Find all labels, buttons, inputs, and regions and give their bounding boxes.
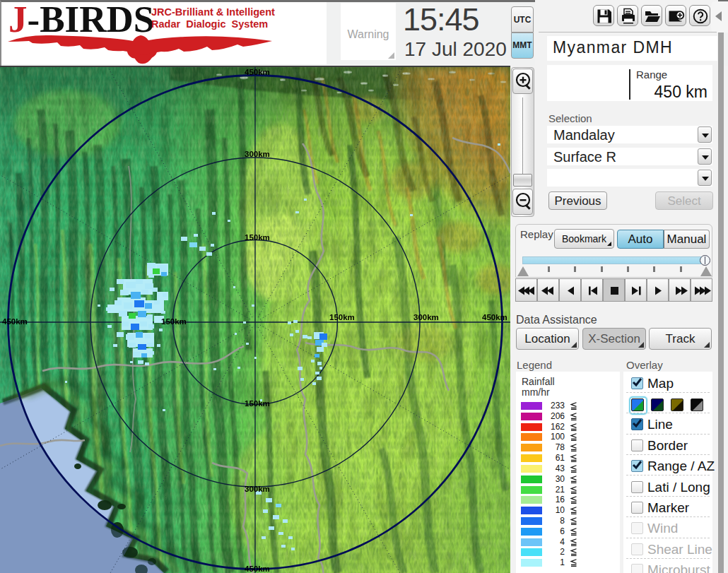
svg-text:150km: 150km bbox=[245, 233, 270, 242]
svg-text:300km: 300km bbox=[245, 150, 270, 158]
svg-text:450km: 450km bbox=[482, 313, 507, 321]
svg-text:150km: 150km bbox=[161, 317, 187, 326]
svg-text:150km: 150km bbox=[245, 399, 270, 408]
svg-text:300km: 300km bbox=[245, 485, 270, 493]
svg-text:450km: 450km bbox=[245, 565, 270, 573]
svg-text:450km: 450km bbox=[245, 68, 270, 76]
svg-text:150km: 150km bbox=[329, 313, 355, 321]
svg-text:300km: 300km bbox=[413, 313, 439, 321]
svg-text:450km: 450km bbox=[2, 317, 28, 326]
